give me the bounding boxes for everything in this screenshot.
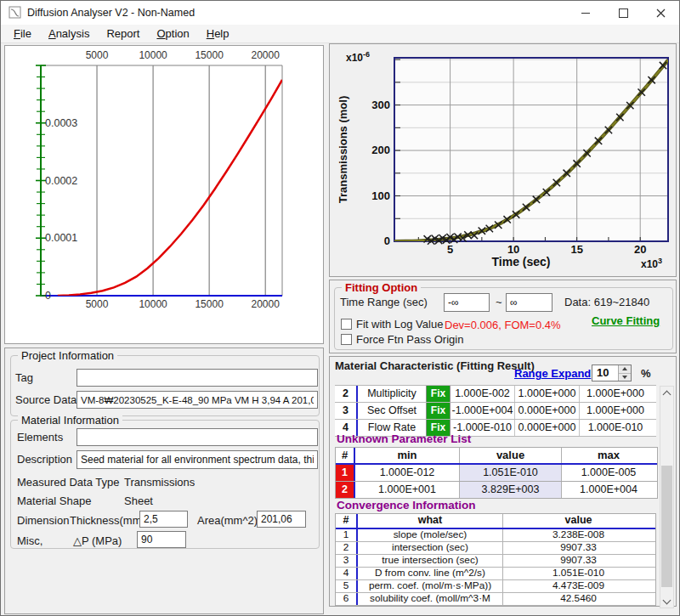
material-information-title: Material Information bbox=[18, 414, 122, 427]
svg-text:Time (sec): Time (sec) bbox=[492, 255, 551, 268]
time-range-from-input[interactable] bbox=[444, 293, 490, 312]
cell-value: intersection (sec) bbox=[358, 542, 503, 554]
svg-text:5000: 5000 bbox=[86, 49, 109, 61]
force-origin-checkbox[interactable] bbox=[341, 334, 352, 345]
svg-text:300: 300 bbox=[371, 99, 390, 111]
maximize-button[interactable] bbox=[604, 1, 642, 25]
parameter-value: 0.000E+000 bbox=[515, 403, 580, 419]
cv-header-row: #whatvalue bbox=[336, 514, 655, 529]
material-shape-value: Sheet bbox=[124, 494, 153, 507]
range-expand-value[interactable]: 10 bbox=[592, 365, 618, 381]
cell-value: D from conv. line (m^2/s) bbox=[358, 568, 503, 579]
cell-value: true intersection (sec) bbox=[358, 555, 503, 567]
window-controls bbox=[567, 1, 679, 25]
chevron-down-icon bbox=[663, 596, 672, 604]
measured-data-type-label: Measured Data Type bbox=[17, 476, 119, 489]
description-input[interactable] bbox=[76, 450, 318, 469]
cell-value: solubility coef. (moll/m^3·M bbox=[358, 593, 503, 605]
parameter-value: 1.000E-002 bbox=[450, 386, 515, 402]
area-input[interactable] bbox=[257, 511, 306, 528]
scroll-down-button[interactable] bbox=[660, 595, 673, 608]
elements-input[interactable] bbox=[76, 428, 318, 446]
cell-value: 4.473E-009 bbox=[503, 580, 654, 592]
cell-value: slope (mole/sec) bbox=[358, 529, 503, 541]
cv-table-row: 1slope (mole/sec)3.238E-008 bbox=[336, 529, 655, 542]
svg-text:100: 100 bbox=[371, 189, 390, 202]
column-header: min bbox=[355, 448, 460, 463]
scrollbar-thumb[interactable] bbox=[661, 466, 672, 587]
menu-bar: FileAnalysisReportOptionHelp bbox=[1, 25, 679, 43]
column-header: value bbox=[460, 448, 562, 463]
cell-value: 3.829E+003 bbox=[460, 482, 562, 498]
column-header: what bbox=[358, 514, 503, 528]
parameter-name: Sec Offset bbox=[358, 403, 426, 419]
parameter-value: -1.000E+004 bbox=[450, 403, 515, 419]
time-range-to-input[interactable] bbox=[506, 293, 552, 312]
row-number[interactable]: 1 bbox=[336, 465, 355, 481]
cv-table-row: 6solubility coef. (moll/m^3·M42.5460 bbox=[336, 593, 655, 606]
app-icon bbox=[8, 6, 22, 20]
measured-data-type-value: Transmissions bbox=[124, 476, 195, 489]
dimension-label: Dimension bbox=[17, 514, 69, 527]
close-button[interactable] bbox=[642, 1, 679, 25]
menu-option[interactable]: Option bbox=[148, 25, 197, 42]
minimize-button[interactable] bbox=[567, 1, 604, 25]
row-number[interactable]: 2 bbox=[336, 482, 355, 498]
scroll-up-button[interactable] bbox=[660, 387, 673, 399]
unknown-parameter-table: #minvaluemax11.000E-0121.051E-0101.000E-… bbox=[335, 447, 658, 499]
svg-text:20000: 20000 bbox=[251, 298, 280, 310]
source-data-input[interactable] bbox=[76, 391, 318, 409]
cell-value: 1.000E-012 bbox=[355, 465, 460, 481]
close-icon bbox=[656, 8, 666, 18]
range-expand-spinner: 10 bbox=[592, 365, 632, 381]
overview-chart: 5000500010000100001500015000200002000000… bbox=[5, 46, 323, 343]
cell-value: 3.238E-008 bbox=[503, 529, 654, 541]
column-header: value bbox=[503, 514, 654, 528]
menu-analysis[interactable]: Analysis bbox=[40, 25, 98, 42]
fit-deviation-text: Dev=0.006, FOM=0.4% bbox=[445, 319, 561, 331]
description-label: Description bbox=[17, 453, 72, 466]
thickness-input[interactable] bbox=[139, 511, 188, 528]
tag-input[interactable] bbox=[76, 369, 318, 387]
fix-button[interactable]: Fix bbox=[426, 386, 450, 402]
svg-text:20: 20 bbox=[634, 243, 646, 256]
menu-help[interactable]: Help bbox=[198, 25, 238, 42]
menu-file[interactable]: File bbox=[5, 25, 40, 42]
y-axis-multiplier: x10-6 bbox=[346, 50, 370, 64]
upl-header-row: #minvaluemax bbox=[336, 448, 657, 465]
fit-chart: 51015200100200300Time (sec)Transmissions… bbox=[330, 44, 676, 276]
svg-text:200: 200 bbox=[371, 144, 390, 156]
row-number: 1 bbox=[336, 529, 358, 541]
area-label: Area(mm^2) bbox=[197, 514, 258, 527]
spinner-up-button[interactable] bbox=[619, 365, 631, 374]
svg-text:20000: 20000 bbox=[251, 49, 280, 61]
cell-value: 1.051E-010 bbox=[460, 465, 562, 481]
material-shape-label: Material Shape bbox=[17, 494, 91, 507]
spinner-buttons bbox=[618, 365, 631, 381]
spinner-up-icon bbox=[622, 367, 627, 370]
column-header: # bbox=[336, 514, 358, 528]
curve-fitting-link[interactable]: Curve Fitting bbox=[592, 314, 660, 327]
parameter-value: 1.000E+000 bbox=[580, 386, 651, 402]
svg-text:5: 5 bbox=[447, 243, 453, 256]
row-number: 3 bbox=[335, 403, 358, 419]
svg-text:Transmissions (mol): Transmissions (mol) bbox=[337, 96, 349, 203]
minimize-icon bbox=[581, 13, 590, 14]
results-scrollbar[interactable] bbox=[660, 386, 674, 608]
fit-log-checkbox[interactable] bbox=[341, 319, 352, 330]
svg-text:0: 0 bbox=[384, 235, 390, 247]
column-header: max bbox=[562, 448, 655, 463]
range-expand-link[interactable]: Range Expand bbox=[514, 367, 591, 380]
fitting-option-title: Fitting Option bbox=[342, 281, 421, 294]
percent-label: % bbox=[641, 367, 651, 380]
spinner-down-button[interactable] bbox=[619, 374, 631, 381]
fitting-option-panel: Fitting Option Time Range (sec) ~ Data: … bbox=[329, 280, 677, 353]
menu-report[interactable]: Report bbox=[98, 25, 148, 42]
chevron-up-icon bbox=[663, 390, 672, 398]
cell-value: 9907.33 bbox=[503, 542, 654, 554]
overview-chart-panel: 5000500010000100001500015000200002000000… bbox=[4, 45, 324, 344]
delta-p-input[interactable] bbox=[137, 531, 186, 548]
mc-table-row: 2MultiplicityFix1.000E-0021.000E+0001.00… bbox=[335, 386, 656, 403]
fit-chart-panel: 51015200100200300Time (sec)Transmissions… bbox=[329, 43, 677, 277]
fix-button[interactable]: Fix bbox=[426, 403, 450, 419]
